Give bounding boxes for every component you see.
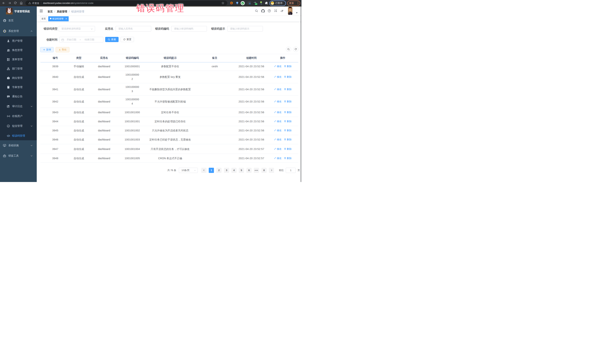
svg-text:on: on [255,3,257,5]
